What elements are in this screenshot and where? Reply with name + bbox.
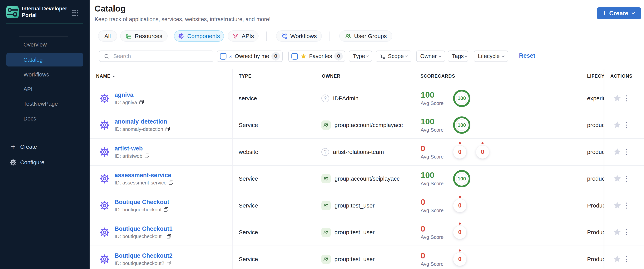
owned-count-badge: 0 (272, 52, 280, 60)
apps-grid-icon[interactable] (72, 9, 79, 16)
column-header-name[interactable]: NAME (96, 73, 115, 79)
favorites-filter[interactable]: ★ Favorites 0 (288, 50, 345, 62)
chevron-down-icon (365, 54, 370, 59)
favorite-star-button[interactable] (613, 174, 622, 183)
kebab-menu-button[interactable] (626, 203, 627, 209)
score-ring-badge: 0 (476, 145, 489, 159)
avg-score: 0 Avg Score (420, 144, 444, 160)
filter-dropdown-scope[interactable]: Scope (376, 50, 412, 62)
chevron-down-icon (464, 54, 468, 59)
tab-all[interactable]: All (98, 30, 117, 42)
component-name-link[interactable]: anomaly-detection (114, 118, 170, 125)
create-button[interactable]: + Create (597, 7, 641, 19)
favorite-star-icon (613, 147, 622, 156)
sidebar-configure[interactable]: Configure (9, 156, 44, 169)
kebab-menu-button[interactable] (626, 256, 627, 262)
kebab-menu-button[interactable] (626, 122, 627, 128)
tab-components[interactable]: Components (174, 30, 224, 42)
lifecycle-cell: production (587, 166, 604, 192)
component-name-link[interactable]: Boutique Checkout (114, 198, 169, 206)
score-divider (448, 226, 448, 238)
scorecard-badges: 100 (453, 166, 470, 192)
group-icon (322, 201, 331, 210)
component-name-link[interactable]: assessment-service (114, 171, 174, 179)
column-header-type: TYPE (239, 73, 252, 79)
favorite-star-icon (613, 255, 622, 264)
score-ring-badge: 100 (453, 90, 470, 107)
copy-icon[interactable] (144, 153, 150, 159)
score-ring-badge: 100 (453, 116, 470, 134)
component-gear-icon (99, 227, 110, 238)
sidebar-item-catalog[interactable]: Catalog (6, 53, 83, 66)
scorecard-badges: 0 (453, 219, 466, 246)
tab-workflows[interactable]: Workflows (276, 30, 322, 42)
scorecard-badges: 100 (453, 112, 470, 139)
component-gear-icon (99, 254, 110, 265)
avg-score: 100 Avg Score (420, 171, 444, 187)
favorite-star-button[interactable] (613, 94, 622, 103)
component-id: ID: boutiquecheckout2 (114, 260, 172, 267)
chevron-down-icon (501, 54, 506, 59)
sidebar-item-overview[interactable]: Overview (6, 38, 83, 51)
copy-icon[interactable] (164, 207, 168, 212)
kebab-menu-button[interactable] (626, 230, 627, 235)
sidebar-item-testnewpage[interactable]: TestNewPage (6, 97, 83, 110)
component-gear-icon (99, 147, 110, 157)
filter-dropdown-lifecycle[interactable]: Lifecycle (474, 50, 508, 62)
copy-icon[interactable] (166, 261, 172, 266)
kebab-menu-button[interactable] (626, 95, 627, 101)
favorites-count-badge: 0 (334, 52, 343, 60)
favorite-star-button[interactable] (613, 255, 622, 264)
sidebar-create[interactable]: + Create (9, 140, 37, 154)
plus-icon: + (9, 143, 17, 151)
person-icon (229, 53, 232, 60)
kebab-menu-button[interactable] (626, 176, 627, 182)
component-name-link[interactable]: artist-web (114, 145, 150, 152)
name-cell: agniva ID: agniva (114, 91, 144, 106)
component-id: ID: artistweb (114, 153, 150, 159)
owned-by-me-checkbox[interactable] (220, 53, 226, 59)
component-name-link[interactable]: agniva (114, 91, 144, 99)
favorite-star-button[interactable] (613, 201, 622, 210)
name-cell: Boutique Checkout1 ID: boutiquecheckout1 (114, 225, 172, 240)
star-icon: ★ (300, 53, 307, 60)
sidebar: Internal Developer Portal OverviewCatalo… (0, 0, 90, 269)
tab-resources[interactable]: Resources (120, 30, 168, 42)
sidebar-item-api[interactable]: API (6, 82, 83, 96)
favorite-star-icon (613, 228, 622, 237)
component-name-link[interactable]: Boutique Checkout2 (114, 252, 172, 260)
lifecycle-cell: Production (587, 219, 604, 246)
copy-icon[interactable] (166, 234, 172, 239)
type-cell: Service (239, 246, 258, 269)
component-id: ID: boutiquecheckout1 (114, 233, 172, 240)
score-divider (448, 253, 448, 265)
favorite-star-button[interactable] (613, 120, 622, 130)
components-icon (178, 33, 184, 39)
owned-by-me-filter[interactable]: Owned by me 0 (217, 50, 282, 62)
favorites-checkbox[interactable] (292, 53, 298, 59)
favorite-star-button[interactable] (613, 228, 622, 237)
copy-icon[interactable] (168, 180, 174, 185)
name-cell: Boutique Checkout2 ID: boutiquecheckout2 (114, 252, 172, 267)
score-divider (448, 200, 448, 212)
search-icon (104, 53, 110, 59)
tab-separator (329, 31, 330, 41)
reset-filters-button[interactable]: Reset (519, 52, 535, 59)
copy-icon[interactable] (139, 100, 144, 105)
filter-dropdown-owner[interactable]: Owner (416, 50, 445, 62)
component-id: ID: boutiquecheckout (114, 206, 169, 213)
favorite-star-button[interactable] (613, 147, 622, 157)
copy-icon[interactable] (165, 127, 170, 132)
component-name-link[interactable]: Boutique Checkout1 (114, 225, 172, 233)
score-ring-badge: 100 (453, 170, 470, 187)
filter-dropdown-tags[interactable]: Tags (448, 50, 468, 62)
search-input[interactable] (113, 53, 205, 59)
filter-dropdown-type[interactable]: Type (349, 50, 372, 62)
sidebar-item-docs[interactable]: Docs (6, 112, 83, 125)
sidebar-item-workflows[interactable]: Workflows (6, 68, 83, 81)
kebab-menu-button[interactable] (626, 149, 627, 155)
tab-user-groups[interactable]: User Groups (339, 30, 392, 42)
lifecycle-cell: production (587, 112, 604, 139)
unknown-owner-icon: ? (322, 148, 329, 156)
tab-apis[interactable]: APIs (228, 30, 258, 42)
